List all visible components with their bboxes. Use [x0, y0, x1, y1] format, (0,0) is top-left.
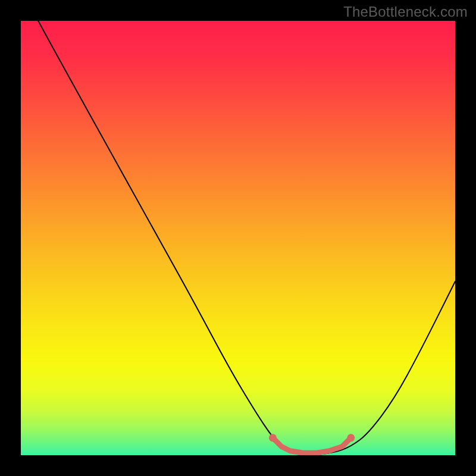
chart-frame: TheBottleneck.com — [0, 0, 476, 476]
bottleneck-chart — [21, 21, 455, 455]
gradient-background — [21, 21, 455, 455]
optimal-range-endpoint — [347, 434, 355, 441]
watermark-text: TheBottleneck.com — [343, 4, 468, 20]
optimal-range-endpoint — [269, 434, 277, 441]
plot-area — [21, 21, 455, 455]
